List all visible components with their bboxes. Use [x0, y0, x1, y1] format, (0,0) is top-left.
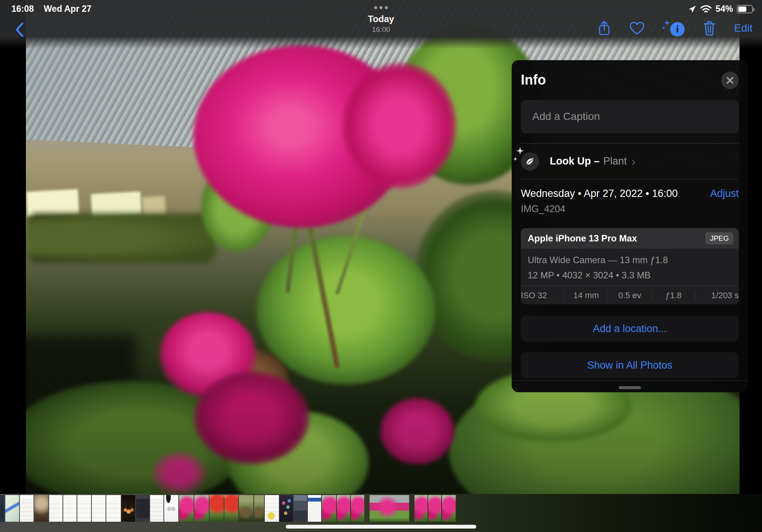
exif-aperture: ƒ1.8 — [652, 291, 695, 300]
resolution-info: 12 MP • 4032 × 3024 • 3.3 MB — [528, 270, 732, 281]
location-arrow-icon — [688, 5, 696, 13]
exif-exposure: 0.5 ev — [608, 291, 652, 300]
show-in-all-photos-button[interactable]: Show in All Photos — [521, 352, 739, 378]
thumbnail-strawberry[interactable] — [224, 495, 238, 522]
thumbnail-flowers[interactable] — [179, 495, 194, 522]
thumbnail-doc[interactable] — [49, 495, 62, 522]
edit-button[interactable]: Edit — [734, 22, 752, 34]
close-icon — [726, 76, 734, 85]
nav-actions: i Edit — [598, 20, 752, 37]
thumbnail-flowers[interactable] — [322, 495, 336, 522]
format-badge: JPEG — [705, 232, 733, 244]
thumbnail-flowers[interactable] — [337, 495, 350, 522]
camera-card-header: Apple iPhone 13 Pro Max JPEG — [521, 228, 739, 249]
thumbnail-flowers[interactable] — [351, 495, 364, 522]
photos-app: 16:08 Wed Apr 27 54% Today 16:00 — [0, 0, 762, 532]
back-button[interactable] — [14, 22, 27, 39]
thumbnail-eggs[interactable] — [122, 495, 135, 522]
exif-focal-length: 14 mm — [564, 291, 608, 300]
thumbnail-map-part[interactable] — [0, 495, 5, 522]
date-row: Wednesday • Apr 27, 2022 • 16:00 Adjust — [521, 188, 739, 200]
look-up-label: Look Up – — [550, 155, 600, 167]
panel-drag-handle[interactable] — [619, 386, 641, 389]
battery-icon — [737, 5, 753, 13]
battery-percent: 54% — [716, 4, 733, 14]
home-indicator[interactable] — [286, 525, 476, 529]
exif-row: ISO 32 14 mm 0.5 ev ƒ1.8 1/203 s — [521, 286, 739, 304]
thumbnail-doc-blue[interactable] — [308, 495, 321, 522]
camera-card-body: Ultra Wide Camera — 13 mm ƒ1.8 12 MP • 4… — [521, 249, 739, 286]
thumbnail-receipt[interactable] — [150, 495, 163, 522]
thumbnail-plant[interactable] — [254, 495, 264, 522]
device-name: Apple iPhone 13 Pro Max — [528, 233, 637, 244]
thumbnail-map[interactable] — [5, 495, 19, 522]
info-panel: Info Add a Caption Look Up – — [512, 60, 748, 392]
multitasking-dots[interactable] — [370, 6, 392, 9]
info-i-glyph: i — [670, 22, 685, 37]
info-panel-header: Info — [521, 60, 739, 100]
share-icon[interactable] — [598, 20, 611, 36]
add-location-button[interactable]: Add a location... — [521, 316, 739, 342]
thumbnail-doc[interactable] — [77, 495, 91, 522]
thumbnail-airpods[interactable] — [164, 495, 178, 522]
thumbnail-dark-doc[interactable] — [136, 495, 149, 522]
sparkle-icon — [513, 157, 517, 161]
sparkle-icon — [516, 147, 524, 155]
thumbnail-doc[interactable] — [92, 495, 106, 522]
trash-icon[interactable] — [703, 20, 716, 36]
thumbnail-receipt[interactable] — [20, 495, 34, 522]
thumbnail-doc[interactable] — [63, 495, 77, 522]
status-date: Wed Apr 27 — [44, 4, 91, 14]
look-up-subject: Plant — [604, 155, 627, 167]
sparkle-icon — [664, 20, 670, 26]
adjust-button[interactable]: Adjust — [710, 188, 739, 200]
wifi-icon — [700, 5, 712, 14]
close-button[interactable] — [721, 72, 739, 89]
leaf-icon — [521, 152, 539, 171]
thumbnail-lockscreen[interactable] — [294, 495, 307, 522]
chevron-right-icon: › — [631, 156, 636, 166]
sparkle-icon — [662, 26, 666, 30]
thumbnail-flowers[interactable] — [442, 495, 456, 522]
thumbnail-doc[interactable] — [106, 495, 121, 522]
thumbnail-plant[interactable] — [239, 495, 253, 522]
status-left: 16:08 Wed Apr 27 — [11, 4, 91, 14]
thumbnail-current[interactable] — [370, 495, 409, 522]
status-right: 54% — [688, 4, 753, 14]
look-up-icon-group — [521, 152, 539, 171]
thumbnail-cafe[interactable] — [34, 495, 48, 522]
exif-shutter: 1/203 s — [695, 291, 739, 300]
filename: IMG_4204 — [521, 203, 739, 214]
clock: 16:08 — [11, 4, 34, 14]
exif-iso: ISO 32 — [521, 291, 564, 300]
lens-info: Ultra Wide Camera — 13 mm ƒ1.8 — [528, 255, 732, 265]
thumbnail-strawberry[interactable] — [210, 495, 224, 522]
caption-input[interactable]: Add a Caption — [521, 100, 739, 133]
camera-info-card: Apple iPhone 13 Pro Max JPEG Ultra Wide … — [521, 228, 739, 304]
thumbnail-game[interactable] — [280, 495, 293, 522]
top-bar: 16:08 Wed Apr 27 54% Today 16:00 — [0, 0, 762, 37]
thumbnail-doc-cartoon[interactable] — [265, 495, 279, 522]
divider — [512, 380, 748, 381]
caption-placeholder: Add a Caption — [532, 110, 600, 123]
thumbnail-flowers[interactable] — [428, 495, 441, 522]
date-text: Wednesday • Apr 27, 2022 • 16:00 — [521, 188, 678, 200]
favorite-heart-icon[interactable] — [629, 21, 645, 35]
back-chevron-icon — [14, 22, 24, 37]
thumbnail-flowers[interactable] — [415, 495, 427, 522]
panel-title: Info — [521, 72, 546, 88]
thumbnail-flowers[interactable] — [194, 495, 209, 522]
thumbnail-strip — [0, 495, 456, 522]
info-button[interactable]: i — [663, 20, 685, 37]
look-up-row[interactable]: Look Up – Plant › — [521, 144, 739, 179]
